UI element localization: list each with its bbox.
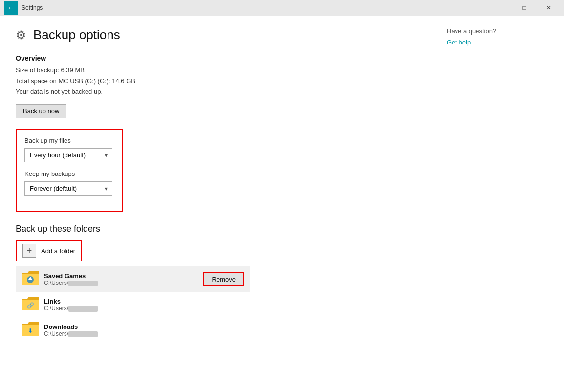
minimize-button[interactable]: ─ — [489, 0, 511, 16]
folder-item-downloads: ⬇ Downloads C:\Users\ — [16, 317, 250, 343]
page-title: Backup options — [33, 27, 120, 43]
svg-text:⬇: ⬇ — [28, 327, 33, 334]
folder-downloads-icon: ⬇ — [22, 321, 39, 339]
window-controls: ─ □ ✕ — [489, 0, 560, 16]
content-area: ⚙ Backup options Overview Size of backup… — [0, 16, 564, 392]
main-content: ⚙ Backup options Overview Size of backup… — [0, 16, 437, 392]
links-name: Links — [44, 298, 244, 305]
downloads-name: Downloads — [44, 323, 244, 330]
keep-backups-select[interactable]: Forever (default) 1 month 3 months 6 mon… — [24, 181, 112, 196]
downloads-info: Downloads C:\Users\ — [44, 323, 244, 337]
folder-links-icon: 🔗 — [22, 296, 39, 313]
folders-section-title: Back up these folders — [16, 224, 421, 234]
files-frequency-wrapper: Every hour (default) Every 10 minutes Ev… — [24, 148, 112, 162]
total-space: Total space on MC USB (G:) (G:): 14.6 GB — [16, 76, 421, 87]
overview-title: Overview — [16, 54, 421, 62]
titlebar: ← Settings ─ □ ✕ — [0, 0, 564, 16]
add-folder-plus-icon: + — [22, 244, 36, 258]
close-button[interactable]: ✕ — [538, 0, 560, 16]
keep-label: Keep my backups — [24, 170, 114, 177]
saved-games-name: Saved Games — [44, 272, 203, 280]
folder-item-links: 🔗 Links C:\Users\ — [16, 292, 250, 317]
folder-item-saved-games: Saved Games C:\Users\ Remove — [16, 266, 250, 292]
backup-size: Size of backup: 6.39 MB — [16, 65, 421, 76]
saved-games-info: Saved Games C:\Users\ — [44, 272, 203, 286]
help-question: Have a question? — [447, 27, 554, 35]
links-path: C:\Users\ — [44, 305, 244, 312]
keep-backups-wrapper: Forever (default) 1 month 3 months 6 mon… — [24, 181, 112, 196]
backup-status: Your data is not yet backed up. — [16, 87, 421, 97]
backup-settings-box: Back up my files Every hour (default) Ev… — [16, 129, 123, 212]
get-help-link[interactable]: Get help — [447, 39, 471, 46]
files-frequency-select[interactable]: Every hour (default) Every 10 minutes Ev… — [24, 148, 112, 162]
overview-info: Size of backup: 6.39 MB Total space on M… — [16, 65, 421, 97]
downloads-path: C:\Users\ — [44, 330, 244, 337]
svg-text:🔗: 🔗 — [27, 302, 34, 309]
add-folder-button[interactable]: + Add a folder — [16, 240, 82, 261]
folders-section: Back up these folders + Add a folder — [16, 224, 421, 343]
back-up-now-button[interactable]: Back up now — [16, 104, 66, 118]
sidebar-right: Have a question? Get help — [437, 16, 564, 392]
titlebar-title: Settings — [22, 4, 489, 11]
files-label: Back up my files — [24, 137, 114, 144]
page-header: ⚙ Backup options — [16, 27, 421, 43]
gear-icon: ⚙ — [16, 28, 26, 42]
back-button[interactable]: ← — [4, 1, 18, 15]
overview-section: Overview Size of backup: 6.39 MB Total s… — [16, 54, 421, 129]
links-info: Links C:\Users\ — [44, 298, 244, 312]
saved-games-path: C:\Users\ — [44, 280, 203, 286]
remove-saved-games-button[interactable]: Remove — [203, 272, 244, 286]
add-folder-label: Add a folder — [41, 247, 75, 255]
maximize-button[interactable]: □ — [513, 0, 536, 16]
folder-saved-games-icon — [22, 270, 39, 288]
